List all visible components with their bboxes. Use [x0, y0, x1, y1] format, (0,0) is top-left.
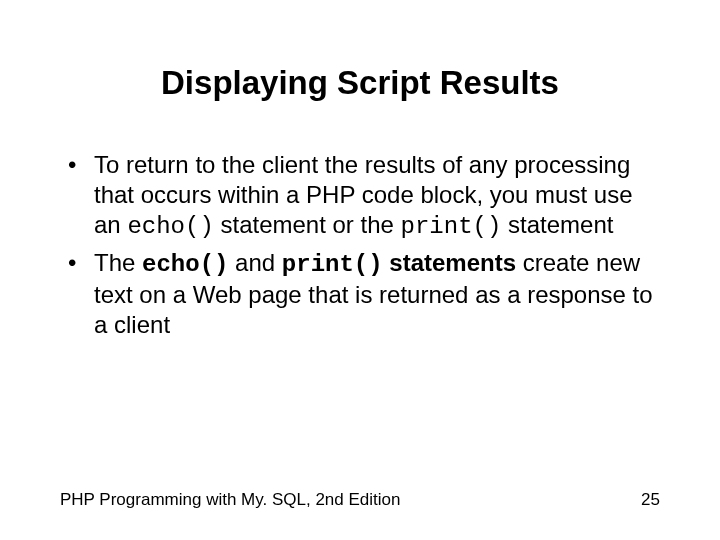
code-text: print()	[401, 213, 502, 240]
bullet-item: To return to the client the results of a…	[60, 150, 660, 242]
code-text: echo()	[127, 213, 213, 240]
bullet-item: The echo() and print() statements create…	[60, 248, 660, 340]
footer-page: 25	[641, 490, 660, 510]
text: statements	[383, 249, 516, 276]
text: and	[228, 249, 281, 276]
code-text: print()	[282, 251, 383, 278]
slide: Displaying Script Results To return to t…	[0, 0, 720, 540]
slide-title: Displaying Script Results	[60, 64, 660, 102]
code-text: echo()	[142, 251, 228, 278]
text: statement or the	[214, 211, 401, 238]
text: statement	[501, 211, 613, 238]
footer: PHP Programming with My. SQL, 2nd Editio…	[60, 490, 660, 510]
text: The	[94, 249, 142, 276]
slide-body: To return to the client the results of a…	[60, 150, 660, 340]
bullet-list: To return to the client the results of a…	[60, 150, 660, 340]
footer-book: PHP Programming with My. SQL, 2nd Editio…	[60, 490, 400, 510]
